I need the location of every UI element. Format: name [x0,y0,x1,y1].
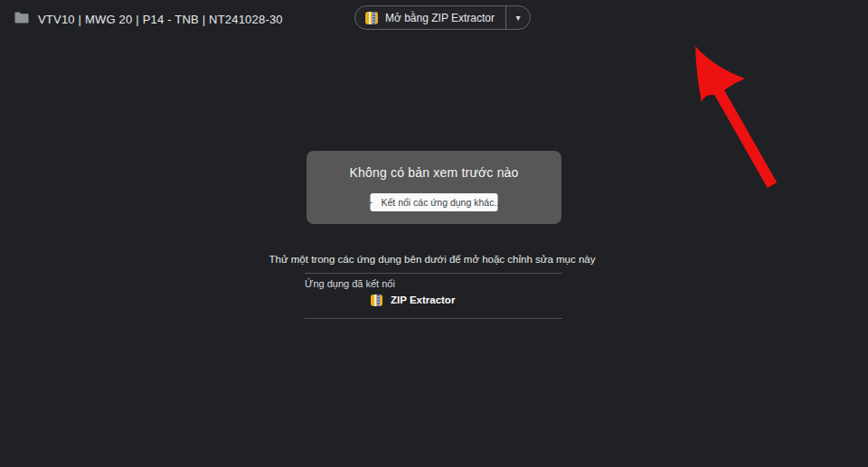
open-with-main[interactable]: Mở bằng ZIP Extractor [355,6,505,29]
app-row-zip-extractor[interactable]: ZIP Extractor [371,293,455,307]
chevron-down-icon: ▾ [516,14,521,23]
app-name: ZIP Extractor [391,294,455,305]
open-with-zip-extractor-button[interactable]: Mở bằng ZIP Extractor ▾ [354,5,531,30]
annotation-arrow [0,0,868,467]
divider [305,273,562,274]
file-title: VTV10 | MWG 20 | P14 - TNB | NT241028-30 [38,13,283,26]
drive-file-preview-page: VTV10 | MWG 20 | P14 - TNB | NT241028-30… [0,0,868,467]
no-preview-card: Không có bản xem trước nào + Kết nối các… [307,151,561,224]
open-with-dropdown-button[interactable]: ▾ [506,6,530,29]
no-preview-text: Không có bản xem trước nào [307,165,561,180]
connect-more-apps-label: Kết nối các ứng dụng khác... [381,197,502,208]
connected-apps-label: Ứng dụng đã kết nối [305,278,562,289]
connect-more-apps-button[interactable]: + Kết nối các ứng dụng khác... [371,193,498,211]
divider [305,318,562,319]
hint-text: Thử một trong các ứng dụng bên dưới để m… [0,254,864,265]
zip-extractor-icon [371,294,382,306]
folder-icon [14,11,29,27]
plus-icon: + [366,197,373,209]
zip-extractor-icon [365,12,378,24]
open-with-label: Mở bằng ZIP Extractor [385,12,495,24]
header: VTV10 | MWG 20 | P14 - TNB | NT241028-30… [0,0,868,38]
connected-apps-section: Ứng dụng đã kết nối ZIP Extractor [305,273,562,289]
file-title-group: VTV10 | MWG 20 | P14 - TNB | NT241028-30 [14,0,283,38]
